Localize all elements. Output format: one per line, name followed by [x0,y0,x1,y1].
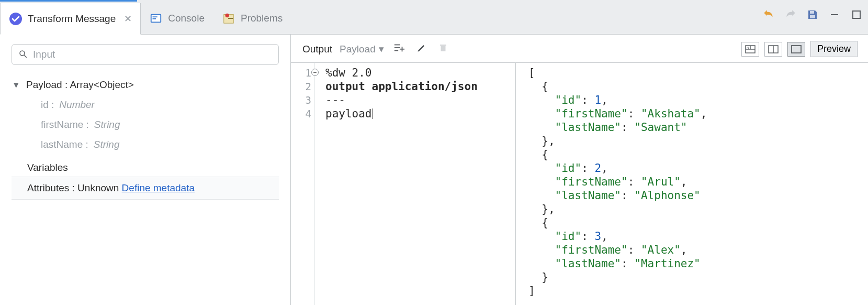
svg-text:N: N [747,46,749,49]
chevron-down-icon: ▾ [379,43,384,55]
edit-icon[interactable] [414,41,429,57]
variables-section[interactable]: Variables [12,162,279,173]
editor-area: 1−234 %dw 2.0output application/json---p… [291,63,868,305]
output-panel: Output Payload ▾ N [291,35,868,305]
code-body[interactable]: %dw 2.0output application/json---payload [315,63,515,305]
window-toolbar [761,7,864,22]
tab-label: Transform Message [28,13,116,25]
tab-label: Problems [241,13,283,24]
define-metadata-link[interactable]: Define metadata [122,182,195,193]
dataweave-editor[interactable]: 1−234 %dw 2.0output application/json---p… [291,63,516,305]
input-panel: ▾ Payload : Array<Object> id : Numberfir… [0,35,291,305]
payload-field-row[interactable]: id : Number [12,95,279,115]
field-type: Number [59,99,95,111]
svg-rect-4 [153,18,156,19]
field-type: String [94,139,120,150]
svg-point-12 [20,51,25,56]
minimize-icon[interactable] [827,7,842,22]
svg-rect-3 [153,16,157,17]
active-tab-indicator [0,0,137,2]
maximize-icon[interactable] [849,7,864,22]
svg-rect-11 [853,11,860,18]
layout-tree-button[interactable]: N [741,42,759,57]
payload-field-row[interactable]: firstName : String [12,115,279,135]
variables-label: Variables [27,162,68,173]
output-toolbar: Output Payload ▾ N [291,35,868,63]
preview-button[interactable]: Preview [810,41,858,57]
save-icon[interactable] [805,7,820,22]
json-preview: [ { "id": 1, "firstName": "Akshata", "la… [516,63,868,305]
field-name: lastName : [41,139,88,150]
svg-rect-10 [831,14,838,15]
field-name: firstName : [41,119,89,130]
tab-transform-message[interactable]: Transform Message ✕ [0,3,141,35]
svg-rect-9 [810,15,815,18]
chevron-down-icon: ▾ [12,79,21,91]
svg-rect-20 [440,45,446,46]
tab-console[interactable]: Console [141,3,213,34]
svg-point-0 [9,13,22,25]
transform-icon [9,12,22,26]
payload-field-row[interactable]: lastName : String [12,135,279,155]
redo-icon[interactable] [783,7,798,22]
tab-label: Console [168,13,205,24]
output-label: Output [302,43,332,55]
search-input-wrap[interactable] [12,44,279,65]
add-output-icon[interactable] [391,41,407,57]
field-name: id : [41,99,54,111]
svg-rect-27 [792,46,801,53]
main-split: ▾ Payload : Array<Object> id : Numberfir… [0,35,868,305]
tab-problems[interactable]: Problems [213,3,291,34]
undo-icon[interactable] [761,7,776,22]
svg-point-6 [226,14,229,17]
fold-icon[interactable]: − [311,69,319,76]
close-icon[interactable]: ✕ [124,13,132,25]
console-icon [149,12,163,25]
layout-columns-button[interactable] [764,42,782,57]
attributes-text: Attributes : Unknown [27,182,122,193]
layout-single-button[interactable] [787,42,805,57]
search-input[interactable] [33,49,272,60]
output-target-selector[interactable]: Payload ▾ [340,43,384,55]
output-target-text: Payload [340,43,376,55]
tab-strip: Transform Message ✕ Console Problems [0,0,868,35]
attributes-row: Attributes : Unknown Define metadata [12,177,279,200]
search-icon [18,49,28,60]
field-type: String [94,119,120,130]
payload-root-label: Payload : Array<Object> [26,79,134,91]
svg-rect-8 [810,11,814,14]
svg-line-13 [24,55,27,58]
payload-root-row[interactable]: ▾ Payload : Array<Object> [12,74,279,95]
line-gutter: 1−234 [291,63,315,305]
svg-rect-19 [441,46,445,51]
problems-icon [222,12,235,25]
svg-rect-7 [228,18,233,19]
delete-icon[interactable] [436,41,450,57]
